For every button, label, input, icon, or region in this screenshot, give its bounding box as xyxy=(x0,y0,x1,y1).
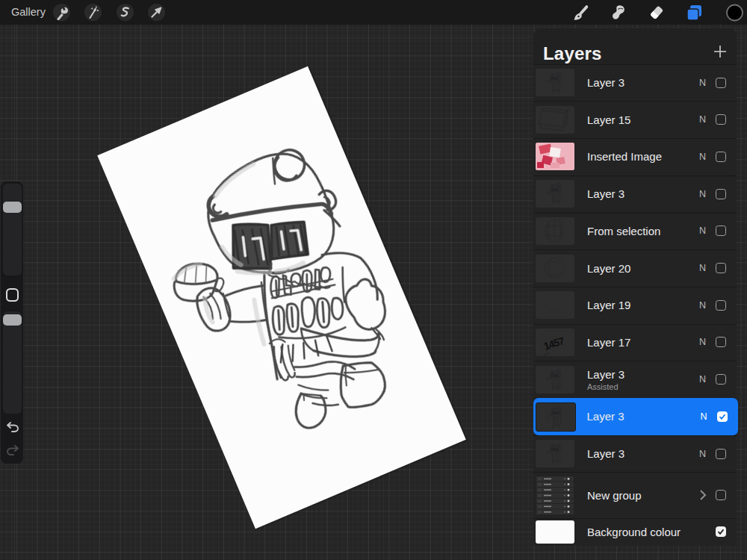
svg-text:1457: 1457 xyxy=(542,335,566,352)
svg-text:est: est xyxy=(543,351,550,356)
